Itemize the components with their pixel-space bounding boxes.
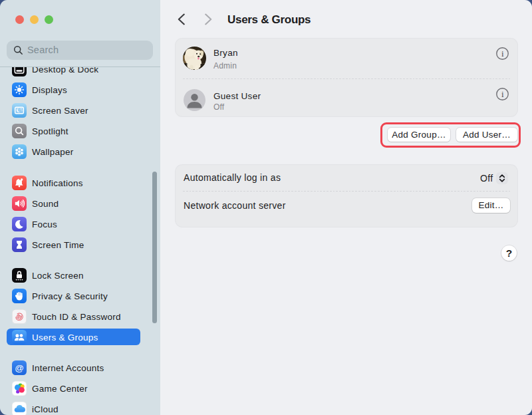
svg-text:i: i bbox=[501, 49, 504, 59]
svg-text:i: i bbox=[501, 89, 504, 99]
svg-text:@: @ bbox=[15, 363, 24, 373]
